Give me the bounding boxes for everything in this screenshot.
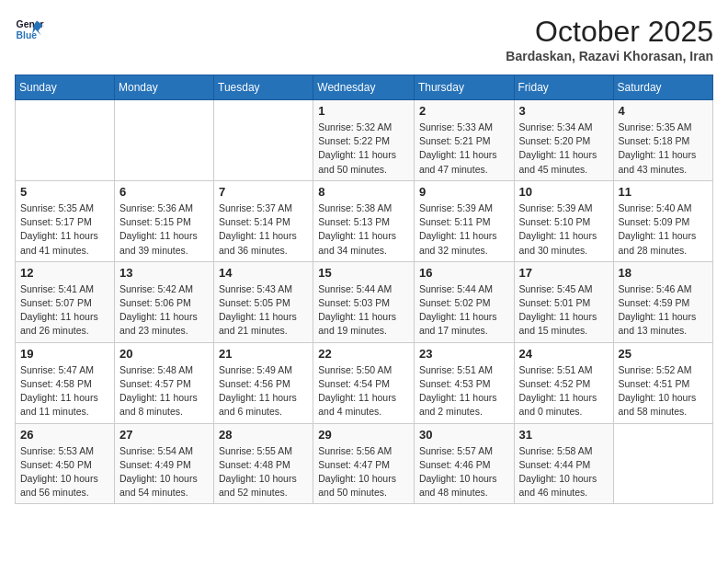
calendar-cell: 6Sunrise: 5:36 AMSunset: 5:15 PMDaylight… xyxy=(115,180,214,261)
calendar-cell: 25Sunrise: 5:52 AMSunset: 4:51 PMDayligh… xyxy=(613,342,712,423)
day-number: 22 xyxy=(318,347,409,361)
day-info: Sunrise: 5:58 AMSunset: 4:44 PMDaylight:… xyxy=(519,444,609,500)
day-info: Sunrise: 5:36 AMSunset: 5:15 PMDaylight:… xyxy=(119,201,209,258)
weekday-header-thursday: Thursday xyxy=(414,75,514,100)
day-info: Sunrise: 5:43 AMSunset: 5:05 PMDaylight:… xyxy=(219,282,308,339)
day-info: Sunrise: 5:40 AMSunset: 5:09 PMDaylight:… xyxy=(619,201,708,258)
weekday-header-monday: Monday xyxy=(115,75,214,100)
day-number: 14 xyxy=(219,266,308,280)
calendar-cell: 27Sunrise: 5:54 AMSunset: 4:49 PMDayligh… xyxy=(115,423,214,504)
day-info: Sunrise: 5:54 AMSunset: 4:49 PMDaylight:… xyxy=(119,444,209,500)
weekday-header-saturday: Saturday xyxy=(613,75,712,100)
day-info: Sunrise: 5:37 AMSunset: 5:14 PMDaylight:… xyxy=(219,201,308,258)
day-info: Sunrise: 5:34 AMSunset: 5:20 PMDaylight:… xyxy=(519,121,609,177)
day-info: Sunrise: 5:44 AMSunset: 5:03 PMDaylight:… xyxy=(318,282,409,339)
day-number: 8 xyxy=(318,185,409,199)
day-number: 3 xyxy=(519,104,609,118)
day-info: Sunrise: 5:56 AMSunset: 4:47 PMDaylight:… xyxy=(318,444,409,500)
day-info: Sunrise: 5:32 AMSunset: 5:22 PMDaylight:… xyxy=(318,121,409,177)
day-number: 23 xyxy=(419,347,509,361)
calendar-cell: 21Sunrise: 5:49 AMSunset: 4:56 PMDayligh… xyxy=(214,342,313,423)
calendar-cell: 18Sunrise: 5:46 AMSunset: 4:59 PMDayligh… xyxy=(613,261,712,342)
weekday-header-row: SundayMondayTuesdayWednesdayThursdayFrid… xyxy=(16,75,713,100)
weekday-header-friday: Friday xyxy=(514,75,613,100)
calendar-cell: 20Sunrise: 5:48 AMSunset: 4:57 PMDayligh… xyxy=(115,342,214,423)
day-number: 6 xyxy=(119,185,209,199)
day-info: Sunrise: 5:50 AMSunset: 4:54 PMDaylight:… xyxy=(318,363,409,419)
day-info: Sunrise: 5:46 AMSunset: 4:59 PMDaylight:… xyxy=(619,282,708,339)
day-info: Sunrise: 5:51 AMSunset: 4:53 PMDaylight:… xyxy=(419,363,509,419)
calendar-cell: 22Sunrise: 5:50 AMSunset: 4:54 PMDayligh… xyxy=(313,342,415,423)
day-info: Sunrise: 5:57 AMSunset: 4:46 PMDaylight:… xyxy=(419,444,509,500)
day-info: Sunrise: 5:51 AMSunset: 4:52 PMDaylight:… xyxy=(519,363,609,419)
calendar-cell: 4Sunrise: 5:35 AMSunset: 5:18 PMDaylight… xyxy=(613,100,712,181)
day-number: 28 xyxy=(219,428,308,442)
month-title: October 2025 xyxy=(506,15,713,49)
week-row-3: 12Sunrise: 5:41 AMSunset: 5:07 PMDayligh… xyxy=(16,261,713,342)
weekday-header-sunday: Sunday xyxy=(16,75,115,100)
calendar-cell: 2Sunrise: 5:33 AMSunset: 5:21 PMDaylight… xyxy=(414,100,514,181)
day-number: 19 xyxy=(20,347,109,361)
calendar-cell: 12Sunrise: 5:41 AMSunset: 5:07 PMDayligh… xyxy=(16,261,115,342)
week-row-1: 1Sunrise: 5:32 AMSunset: 5:22 PMDaylight… xyxy=(16,100,713,181)
day-info: Sunrise: 5:35 AMSunset: 5:18 PMDaylight:… xyxy=(619,121,708,177)
calendar-cell: 31Sunrise: 5:58 AMSunset: 4:44 PMDayligh… xyxy=(514,423,613,504)
day-info: Sunrise: 5:52 AMSunset: 4:51 PMDaylight:… xyxy=(619,363,708,419)
calendar-cell: 30Sunrise: 5:57 AMSunset: 4:46 PMDayligh… xyxy=(414,423,514,504)
day-info: Sunrise: 5:49 AMSunset: 4:56 PMDaylight:… xyxy=(219,363,308,419)
day-info: Sunrise: 5:41 AMSunset: 5:07 PMDaylight:… xyxy=(20,282,109,339)
day-number: 18 xyxy=(619,266,708,280)
day-info: Sunrise: 5:39 AMSunset: 5:10 PMDaylight:… xyxy=(519,201,609,258)
svg-text:Blue: Blue xyxy=(17,30,38,40)
day-number: 26 xyxy=(20,428,109,442)
day-info: Sunrise: 5:39 AMSunset: 5:11 PMDaylight:… xyxy=(419,201,509,258)
calendar-cell: 8Sunrise: 5:38 AMSunset: 5:13 PMDaylight… xyxy=(313,180,415,261)
calendar-cell xyxy=(16,100,115,181)
week-row-4: 19Sunrise: 5:47 AMSunset: 4:58 PMDayligh… xyxy=(16,342,713,423)
day-number: 21 xyxy=(219,347,308,361)
day-number: 2 xyxy=(419,104,509,118)
day-number: 1 xyxy=(318,104,409,118)
calendar-cell: 29Sunrise: 5:56 AMSunset: 4:47 PMDayligh… xyxy=(313,423,415,504)
calendar-table: SundayMondayTuesdayWednesdayThursdayFrid… xyxy=(15,75,713,504)
calendar-cell: 23Sunrise: 5:51 AMSunset: 4:53 PMDayligh… xyxy=(414,342,514,423)
day-number: 16 xyxy=(419,266,509,280)
calendar-cell: 16Sunrise: 5:44 AMSunset: 5:02 PMDayligh… xyxy=(414,261,514,342)
calendar-cell: 24Sunrise: 5:51 AMSunset: 4:52 PMDayligh… xyxy=(514,342,613,423)
day-number: 9 xyxy=(419,185,509,199)
day-number: 27 xyxy=(119,428,209,442)
calendar-cell: 13Sunrise: 5:42 AMSunset: 5:06 PMDayligh… xyxy=(115,261,214,342)
day-info: Sunrise: 5:55 AMSunset: 4:48 PMDaylight:… xyxy=(219,444,308,500)
day-number: 31 xyxy=(519,428,609,442)
day-info: Sunrise: 5:33 AMSunset: 5:21 PMDaylight:… xyxy=(419,121,509,177)
calendar-cell: 5Sunrise: 5:35 AMSunset: 5:17 PMDaylight… xyxy=(16,180,115,261)
calendar-cell: 15Sunrise: 5:44 AMSunset: 5:03 PMDayligh… xyxy=(313,261,415,342)
week-row-2: 5Sunrise: 5:35 AMSunset: 5:17 PMDaylight… xyxy=(16,180,713,261)
calendar-cell: 28Sunrise: 5:55 AMSunset: 4:48 PMDayligh… xyxy=(214,423,313,504)
calendar-cell: 10Sunrise: 5:39 AMSunset: 5:10 PMDayligh… xyxy=(514,180,613,261)
weekday-header-tuesday: Tuesday xyxy=(214,75,313,100)
day-number: 5 xyxy=(20,185,109,199)
logo-icon: General Blue xyxy=(15,15,44,44)
day-info: Sunrise: 5:47 AMSunset: 4:58 PMDaylight:… xyxy=(20,363,109,419)
calendar-cell: 9Sunrise: 5:39 AMSunset: 5:11 PMDaylight… xyxy=(414,180,514,261)
calendar-cell: 17Sunrise: 5:45 AMSunset: 5:01 PMDayligh… xyxy=(514,261,613,342)
day-number: 10 xyxy=(519,185,609,199)
day-number: 4 xyxy=(619,104,708,118)
calendar-cell: 11Sunrise: 5:40 AMSunset: 5:09 PMDayligh… xyxy=(613,180,712,261)
page-header: General Blue October 2025 Bardaskan, Raz… xyxy=(15,15,713,63)
day-number: 25 xyxy=(619,347,708,361)
calendar-cell: 26Sunrise: 5:53 AMSunset: 4:50 PMDayligh… xyxy=(16,423,115,504)
day-number: 24 xyxy=(519,347,609,361)
day-number: 13 xyxy=(119,266,209,280)
day-number: 11 xyxy=(619,185,708,199)
day-info: Sunrise: 5:38 AMSunset: 5:13 PMDaylight:… xyxy=(318,201,409,258)
day-number: 12 xyxy=(20,266,109,280)
calendar-cell: 19Sunrise: 5:47 AMSunset: 4:58 PMDayligh… xyxy=(16,342,115,423)
day-number: 29 xyxy=(318,428,409,442)
day-info: Sunrise: 5:44 AMSunset: 5:02 PMDaylight:… xyxy=(419,282,509,339)
logo: General Blue xyxy=(15,15,44,44)
day-info: Sunrise: 5:45 AMSunset: 5:01 PMDaylight:… xyxy=(519,282,609,339)
day-info: Sunrise: 5:42 AMSunset: 5:06 PMDaylight:… xyxy=(119,282,209,339)
title-block: October 2025 Bardaskan, Razavi Khorasan,… xyxy=(506,15,713,63)
